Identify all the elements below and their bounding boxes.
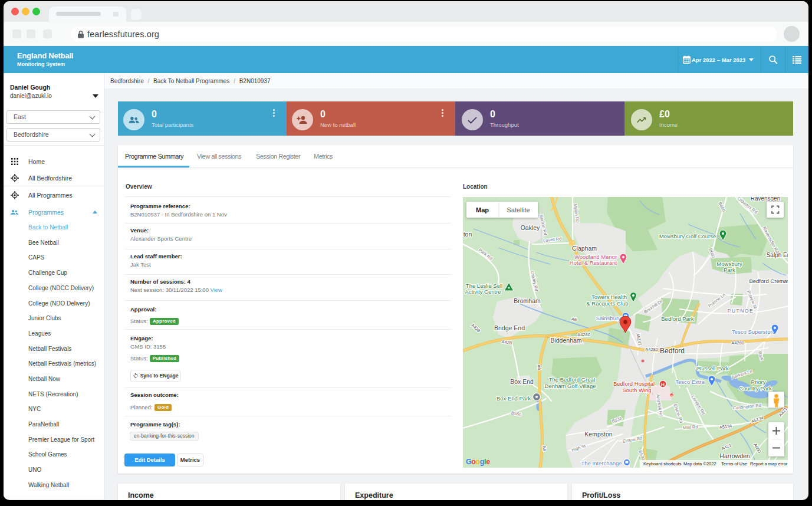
svg-text:Bedford Park: Bedford Park: [661, 316, 694, 322]
svg-text:Hotel & Restaurant: Hotel & Restaurant: [570, 259, 617, 266]
svg-text:Box End: Box End: [510, 378, 534, 385]
svg-text:H: H: [670, 394, 673, 397]
svg-text:A6: A6: [541, 445, 548, 452]
svg-text:A4280: A4280: [731, 340, 744, 346]
svg-text:Box End Park: Box End Park: [497, 395, 531, 402]
svg-text:Mile Rd: Mile Rd: [683, 424, 698, 431]
svg-text:The Bedford Great: The Bedford Great: [549, 376, 596, 383]
svg-text:A6: A6: [536, 364, 542, 370]
svg-text:Google: Google: [466, 458, 490, 466]
svg-text:Map: Map: [476, 206, 489, 213]
svg-text:Denham Golf Village: Denham Golf Village: [545, 383, 596, 389]
svg-text:Bedford Hospital: Bedford Hospital: [613, 380, 655, 387]
svg-text:Oakley: Oakley: [521, 224, 540, 231]
svg-text:& Racquets Club: & Racquets Club: [586, 300, 628, 307]
svg-text:Bedford Cremat: Bedford Cremat: [749, 278, 788, 284]
svg-text:Tesco Superstore: Tesco Superstore: [732, 328, 775, 335]
svg-text:South Wing: South Wing: [622, 387, 651, 393]
svg-text:A4280: A4280: [645, 347, 658, 352]
svg-text:Harrowden: Harrowden: [719, 452, 750, 459]
svg-text:Bedford: Bedford: [660, 347, 685, 355]
svg-text:Map data ©2022: Map data ©2022: [683, 461, 716, 466]
svg-text:Kempston: Kempston: [584, 431, 612, 438]
svg-text:Ravensden: Ravensden: [751, 197, 781, 202]
svg-text:A6: A6: [571, 316, 577, 322]
svg-text:Russell Park: Russell Park: [697, 365, 729, 372]
svg-text:Keyboard shortcuts: Keyboard shortcuts: [643, 461, 682, 466]
svg-text:The Interchange: The Interchange: [581, 460, 622, 466]
svg-text:Bromham: Bromham: [514, 297, 541, 304]
svg-text:Tesco Extra: Tesco Extra: [675, 379, 705, 385]
svg-text:Park: Park: [724, 267, 735, 273]
svg-text:Bridge End: Bridge End: [494, 324, 525, 331]
svg-text:Terms of Use: Terms of Use: [721, 461, 747, 466]
svg-text:Clapham: Clapham: [572, 245, 597, 252]
svg-text:ton: ton: [463, 231, 472, 238]
svg-text:Activity Centre: Activity Centre: [465, 288, 501, 295]
svg-text:H: H: [661, 382, 665, 387]
svg-text:Country Park: Country Park: [739, 385, 772, 392]
svg-text:Satellite: Satellite: [507, 206, 530, 213]
svg-text:A4280: A4280: [577, 332, 590, 337]
svg-text:Mowsbury Golf Course: Mowsbury Golf Course: [659, 233, 716, 239]
svg-text:PUTNOE: PUTNOE: [728, 308, 754, 314]
svg-text:Towers Health: Towers Health: [591, 294, 627, 300]
svg-text:Priory: Priory: [751, 379, 766, 385]
svg-text:Biddenham: Biddenham: [550, 337, 581, 344]
svg-text:Report a map error: Report a map error: [750, 461, 788, 466]
